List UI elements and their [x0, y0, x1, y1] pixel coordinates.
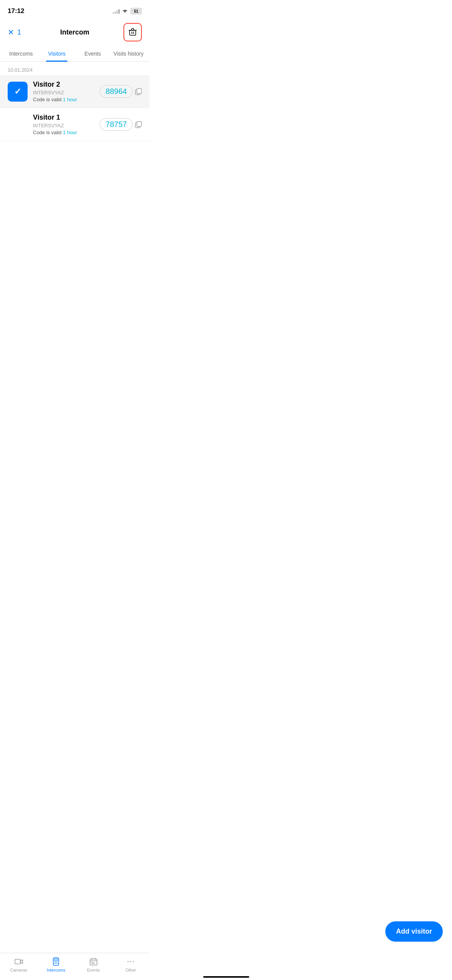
visitor-code-1: 78757 [100, 118, 133, 131]
close-icon: ✕ [8, 28, 14, 37]
status-icons: 51 [113, 8, 142, 15]
visitor-item-1[interactable]: Visitor 1 INTERSVYAZ Code is valid 1 hou… [0, 108, 150, 141]
visitor-provider-1: INTERSVYAZ [33, 123, 100, 128]
visitor-name-2: Visitor 2 [33, 81, 100, 89]
header: ✕ 1 Intercom [0, 19, 150, 47]
status-time: 17:12 [8, 7, 24, 15]
tab-events[interactable]: Events [75, 47, 111, 61]
copy-icon-1[interactable] [135, 121, 142, 128]
visitor-checkbox-2[interactable]: ✓ [8, 82, 28, 102]
wifi-icon [122, 9, 128, 13]
visitor-provider-2: INTERSVYAZ [33, 90, 100, 95]
tab-visitors[interactable]: Visitors [39, 47, 75, 61]
svg-rect-1 [130, 30, 136, 35]
svg-point-0 [125, 12, 125, 13]
svg-rect-5 [137, 122, 141, 127]
visitor-code-container-1: 78757 [100, 118, 142, 131]
battery-icon: 51 [130, 8, 142, 15]
checkmark-icon: ✓ [14, 87, 21, 97]
visitor-valid-2: Code is valid 1 hour [33, 97, 100, 102]
visitor-info-2: Visitor 2 INTERSVYAZ Code is valid 1 hou… [33, 81, 100, 102]
date-label: 10.01.2024 [0, 62, 150, 75]
tab-intercoms[interactable]: Intercoms [3, 47, 39, 61]
tab-bar: Intercoms Visitors Events Visits history [0, 47, 150, 62]
visitor-info-1: Visitor 1 INTERSVYAZ Code is valid 1 hou… [33, 113, 100, 135]
tab-visits-history[interactable]: Visits history [111, 47, 147, 61]
svg-rect-3 [137, 89, 141, 94]
back-close-button[interactable]: ✕ 1 [8, 28, 21, 37]
delete-button[interactable] [123, 23, 142, 41]
visitor-code-2: 88964 [100, 85, 133, 98]
visitor-spacer-1 [8, 115, 28, 135]
status-bar: 17:12 51 [0, 0, 150, 19]
trash-icon [128, 28, 137, 36]
page-title: Intercom [60, 28, 89, 36]
visitor-code-container-2: 88964 [100, 85, 142, 98]
selection-count: 1 [17, 28, 21, 36]
visitor-item-2[interactable]: ✓ Visitor 2 INTERSVYAZ Code is valid 1 h… [0, 75, 150, 108]
signal-icon [113, 8, 120, 14]
visitor-name-1: Visitor 1 [33, 113, 100, 122]
copy-icon-2[interactable] [135, 88, 142, 95]
visitor-valid-1: Code is valid 1 hour [33, 130, 100, 135]
